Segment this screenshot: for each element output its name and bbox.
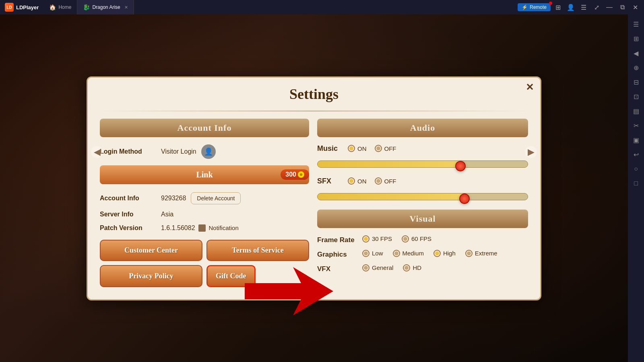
customer-center-button[interactable]: Customer Center xyxy=(100,240,202,261)
graphics-high-radio[interactable] xyxy=(433,250,441,257)
tab-home-label: Home xyxy=(58,4,71,10)
graphics-extreme-label: Extreme xyxy=(475,250,497,257)
home-icon: 🏠 xyxy=(49,4,56,10)
nav-next-button[interactable]: ▶ xyxy=(525,146,537,158)
tab-dragon[interactable]: 🐉 Dragon Arise ✕ xyxy=(77,0,134,14)
sfx-off-option[interactable]: OFF xyxy=(375,177,396,185)
patch-version-label: Patch Version xyxy=(100,224,156,232)
sidebar-icon-5[interactable]: ⊟ xyxy=(630,76,642,88)
minimize-button[interactable]: — xyxy=(604,2,615,13)
music-on-radio[interactable] xyxy=(348,145,355,152)
music-off-label: OFF xyxy=(384,145,396,152)
sfx-slider[interactable] xyxy=(317,191,528,202)
sidebar-icon-9[interactable]: ▣ xyxy=(630,134,642,146)
music-slider[interactable] xyxy=(317,158,528,170)
fps60-label: 60 FPS xyxy=(411,235,431,242)
graphics-options: Low Medium High xyxy=(362,250,497,257)
vfx-hd-radio[interactable] xyxy=(403,264,410,272)
fps30-label: 30 FPS xyxy=(372,235,392,242)
sidebar-icon-6[interactable]: ⊡ xyxy=(630,90,642,103)
graphics-high-option[interactable]: High xyxy=(433,250,456,257)
sidebar-icon-2[interactable]: ⊞ xyxy=(630,32,642,45)
nav-divider xyxy=(100,111,528,111)
gift-code-button[interactable]: Gift Code xyxy=(206,265,256,287)
graphics-high-label: High xyxy=(443,250,456,257)
modal-body: Account Info Login Method Visitor Login … xyxy=(100,119,528,287)
link-row: Link 300 ⊕ xyxy=(100,165,309,184)
link-button[interactable]: Link xyxy=(100,165,309,184)
sidebar-icon-11[interactable]: ○ xyxy=(630,162,642,175)
graphics-medium-radio[interactable] xyxy=(393,250,400,257)
vfx-hd-option[interactable]: HD xyxy=(403,264,421,272)
music-radio-group: ON OFF xyxy=(348,145,396,152)
notification-checkbox[interactable] xyxy=(198,224,206,232)
server-info-label: Server Info xyxy=(100,211,156,218)
graphics-extreme-option[interactable]: Extreme xyxy=(465,250,497,257)
sidebar-icon-12[interactable]: □ xyxy=(630,177,642,190)
remote-button[interactable]: ⚡ Remote xyxy=(518,3,551,11)
graphics-extreme-radio[interactable] xyxy=(465,250,473,257)
modal-close-button[interactable]: ✕ xyxy=(526,82,534,92)
sfx-row: SFX ON OFF xyxy=(317,177,528,185)
music-off-option[interactable]: OFF xyxy=(375,145,396,152)
music-on-option[interactable]: ON xyxy=(348,145,367,152)
fps60-option[interactable]: 60 FPS xyxy=(402,235,431,243)
graphics-row: Graphics Low Medium xyxy=(317,250,528,259)
graphics-low-option[interactable]: Low xyxy=(362,250,383,257)
lightning-icon: ⚡ xyxy=(522,4,528,10)
music-slider-track xyxy=(317,160,528,168)
fps60-radio[interactable] xyxy=(402,235,409,243)
music-on-label: ON xyxy=(357,145,367,152)
remote-label: Remote xyxy=(530,4,547,10)
graphics-medium-option[interactable]: Medium xyxy=(393,250,424,257)
app-logo: LD LDPlayer xyxy=(0,3,43,12)
sidebar-icon-3[interactable]: ◀ xyxy=(630,47,642,60)
notification-label: Notification xyxy=(209,224,239,231)
app-name: LDPlayer xyxy=(16,4,39,10)
sidebar-icon-7[interactable]: ▤ xyxy=(630,105,642,117)
sidebar-icon-1[interactable]: ☰ xyxy=(630,18,642,31)
privacy-policy-button[interactable]: Privacy Policy xyxy=(100,265,202,287)
tab-close-button[interactable]: ✕ xyxy=(124,5,128,10)
login-method-row: Login Method Visitor Login 👤 xyxy=(100,144,309,159)
account-info-label: Account Info xyxy=(100,195,156,202)
sidebar-icon-8[interactable]: ✂ xyxy=(630,119,642,132)
settings-modal: ✕ Settings ◀ ▶ Account Info Login Method… xyxy=(87,76,541,300)
tab-home[interactable]: 🏠 Home xyxy=(43,0,77,14)
music-row: Music ON OFF xyxy=(317,144,528,153)
sidebar-icon-10[interactable]: ↩ xyxy=(630,148,642,161)
user-icon[interactable]: 👤 xyxy=(565,2,576,13)
sfx-on-option[interactable]: ON xyxy=(348,177,367,185)
vfx-general-radio[interactable] xyxy=(362,264,369,272)
server-info-row: Server Info Asia xyxy=(100,211,309,218)
sfx-off-radio[interactable] xyxy=(375,177,382,185)
titlebar-controls: ⚡ Remote ⊞ 👤 ☰ ⤢ — ⧉ ✕ xyxy=(514,2,644,13)
sfx-slider-thumb[interactable] xyxy=(459,193,470,204)
terms-of-service-button[interactable]: Terms of Service xyxy=(206,240,309,261)
fps30-option[interactable]: 30 FPS xyxy=(362,235,392,243)
music-off-radio[interactable] xyxy=(375,145,382,152)
nav-prev-button[interactable]: ◀ xyxy=(91,146,103,158)
delete-account-button[interactable]: Delete Account xyxy=(191,192,241,204)
grid-icon[interactable]: ⊞ xyxy=(552,2,564,13)
fullscreen-icon[interactable]: ⤢ xyxy=(591,2,602,13)
fps30-radio[interactable] xyxy=(362,235,369,243)
close-button[interactable]: ✕ xyxy=(630,2,641,13)
titlebar: LD LDPlayer 🏠 Home 🐉 Dragon Arise ✕ ⚡ Re… xyxy=(0,0,644,14)
left-column: Account Info Login Method Visitor Login … xyxy=(100,119,309,287)
menu-icon[interactable]: ☰ xyxy=(578,2,589,13)
sidebar-icon-4[interactable]: ⊕ xyxy=(630,61,642,74)
modal-title: Settings xyxy=(100,86,528,103)
sfx-on-radio[interactable] xyxy=(348,177,355,185)
account-info-title: Account Info xyxy=(178,123,232,133)
link-badge: 300 ⊕ xyxy=(281,169,309,180)
sfx-slider-track xyxy=(317,193,528,200)
right-sidebar: ☰ ⊞ ◀ ⊕ ⊟ ⊡ ▤ ✂ ▣ ↩ ○ □ xyxy=(628,14,644,362)
visual-title: Visual xyxy=(409,214,436,224)
music-slider-thumb[interactable] xyxy=(455,161,466,171)
vfx-hd-label: HD xyxy=(413,264,421,271)
vfx-general-option[interactable]: General xyxy=(362,264,393,272)
restore-button[interactable]: ⧉ xyxy=(617,2,628,13)
graphics-low-radio[interactable] xyxy=(362,250,369,257)
patch-version-row: Patch Version 1.6.1.56082 Notification xyxy=(100,224,309,232)
